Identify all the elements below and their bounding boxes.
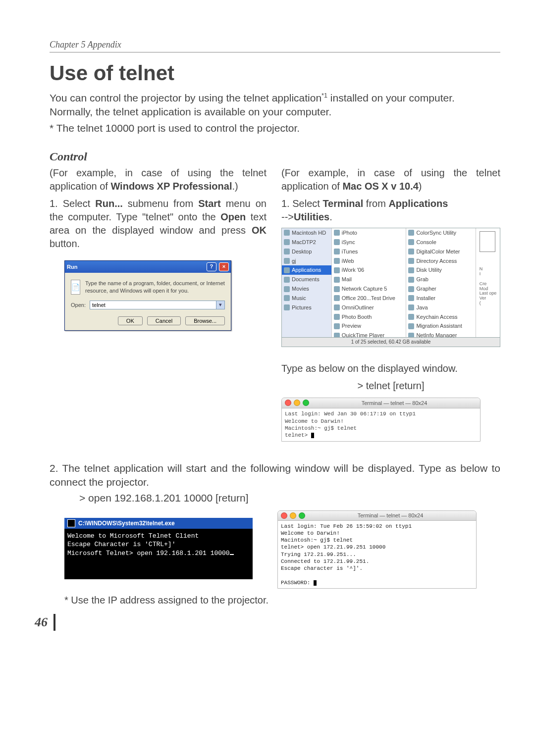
windows-telnet-body[interactable]: Welcome to Microsoft Telnet Client Escap…: [64, 529, 253, 579]
finder-row[interactable]: Office 200...Test Drive: [332, 294, 406, 303]
right-column: (For example, in case of using the telne…: [281, 166, 500, 442]
finder-row[interactable]: iSync: [332, 238, 406, 247]
finder-row[interactable]: Pictures: [282, 303, 331, 312]
finder-row-label: Pictures: [292, 304, 312, 311]
finder-utilities-column: ColorSync UtilityConsoleDigitalColor Met…: [406, 228, 476, 337]
finder-row-label: iPhoto: [342, 229, 357, 237]
folder-icon: [408, 249, 414, 254]
folder-icon: [284, 230, 290, 236]
finder-row-label: iTunes: [342, 248, 358, 255]
finder-row[interactable]: Applications: [282, 265, 331, 275]
run-titlebar: Run ? ×: [65, 261, 231, 273]
ok-button[interactable]: OK: [118, 316, 143, 325]
close-icon[interactable]: [285, 400, 291, 406]
finder-row[interactable]: Grab: [406, 275, 476, 284]
type-telnet-command: > telnet [return]: [281, 379, 500, 393]
finder-row[interactable]: Directory Access: [406, 256, 476, 266]
traffic-lights: [285, 400, 309, 406]
left-column: (For example, in case of using the telne…: [50, 166, 267, 442]
close-icon[interactable]: [281, 512, 287, 519]
finder-row-label: Applications: [292, 266, 321, 274]
finder-row[interactable]: Java: [406, 303, 476, 312]
open-label: Open:: [71, 302, 86, 309]
finder-row-label: Grab: [416, 276, 428, 283]
finder-row[interactable]: Macintosh HD: [282, 228, 331, 238]
finder-row-label: Installer: [416, 295, 435, 302]
mac-terminal-body[interactable]: Last login: Tue Feb 26 15:59:02 on ttyp1…: [278, 521, 476, 589]
run-dialog: Run ? × 📄 Type the name of a program, fo…: [64, 260, 231, 331]
folder-icon: [284, 295, 290, 301]
finder-row-label: QuickTime Player: [342, 332, 384, 337]
finder-row[interactable]: iPhoto: [332, 228, 406, 238]
finder-row[interactable]: NetInfo Manager: [406, 331, 476, 337]
right-example-line: (For example, in case of using the telne…: [281, 166, 500, 193]
finder-row[interactable]: MacDTP2: [282, 238, 331, 247]
windows-telnet-titlebar: C:\WINDOWS\System32\telnet.exe: [64, 518, 253, 529]
finder-row[interactable]: Mail: [332, 275, 406, 284]
folder-icon: [334, 249, 340, 254]
folder-icon: [334, 267, 340, 273]
finder-row[interactable]: OmniOutliner: [332, 303, 406, 312]
folder-icon: [334, 333, 340, 337]
finder-row[interactable]: Documents: [282, 275, 331, 284]
dropdown-icon[interactable]: ▾: [216, 301, 224, 309]
folder-icon: [334, 314, 340, 320]
preview-thumb-icon: [480, 231, 495, 252]
finder-row[interactable]: Movies: [282, 284, 331, 294]
finder-row[interactable]: iTunes: [332, 247, 406, 256]
folder-icon: [334, 239, 340, 245]
zoom-icon[interactable]: [299, 512, 305, 519]
finder-row-label: OmniOutliner: [342, 304, 374, 311]
finder-row-label: Macintosh HD: [292, 229, 326, 237]
close-button[interactable]: ×: [219, 262, 229, 271]
run-icon: 📄: [71, 280, 80, 295]
browse-button[interactable]: Browse...: [185, 316, 225, 325]
finder-row[interactable]: ColorSync Utility: [406, 228, 476, 238]
cancel-button[interactable]: Cancel: [147, 316, 181, 325]
finder-row[interactable]: DigitalColor Meter: [406, 247, 476, 256]
finder-row[interactable]: Network Capture 5: [332, 284, 406, 294]
finder-sidebar: Macintosh HDMacDTP2DesktopgjApplications…: [282, 228, 332, 337]
finder-row[interactable]: iWeb: [332, 256, 406, 266]
folder-icon: [284, 286, 290, 292]
left-step-1: 1. Select Run... submenu from Start menu…: [50, 197, 267, 251]
intro-text-a: You can control the projector by using t…: [50, 92, 321, 103]
finder-row[interactable]: iWork '06: [332, 265, 406, 275]
left-example-line: (For example, in case of using the telne…: [50, 166, 267, 193]
mac-terminal-body[interactable]: Last login: Wed Jan 30 06:17:19 on ttyp1…: [282, 408, 480, 441]
finder-row-label: iSync: [342, 239, 355, 246]
finder-row-label: Documents: [292, 276, 320, 283]
traffic-lights: [281, 512, 305, 519]
minimize-icon[interactable]: [290, 512, 296, 519]
folder-icon: [284, 267, 290, 273]
finder-row[interactable]: Photo Booth: [332, 312, 406, 322]
folder-icon: [284, 258, 290, 264]
folder-icon: [334, 286, 340, 292]
finder-row[interactable]: Disk Utility: [406, 265, 476, 275]
chapter-header: Chapter 5 Appendix: [50, 40, 500, 52]
open-combobox[interactable]: ▾: [90, 301, 225, 309]
run-title-text: Run: [67, 263, 77, 271]
zoom-icon[interactable]: [303, 400, 309, 406]
control-heading: Control: [50, 150, 500, 163]
finder-row[interactable]: Preview: [332, 321, 406, 331]
finder-row[interactable]: Keychain Access: [406, 312, 476, 322]
finder-row[interactable]: Console: [406, 238, 476, 247]
finder-row[interactable]: Grapher: [406, 284, 476, 294]
finder-row[interactable]: gj: [282, 256, 331, 266]
finder-row[interactable]: Installer: [406, 294, 476, 303]
minimize-icon[interactable]: [294, 400, 300, 406]
folder-icon: [408, 258, 414, 264]
finder-row[interactable]: QuickTime Player: [332, 331, 406, 337]
step-2-screenshots: C:\WINDOWS\System32\telnet.exe Welcome t…: [50, 510, 500, 589]
help-button[interactable]: ?: [207, 262, 216, 271]
finder-row-label: Directory Access: [416, 257, 457, 265]
folder-icon: [334, 258, 340, 264]
finder-row[interactable]: Music: [282, 294, 331, 303]
two-column-layout: (For example, in case of using the telne…: [50, 166, 500, 442]
open-input[interactable]: [90, 301, 216, 309]
finder-row-label: DigitalColor Meter: [416, 248, 460, 255]
finder-row[interactable]: Migration Assistant: [406, 321, 476, 331]
finder-row[interactable]: Desktop: [282, 247, 331, 256]
folder-icon: [408, 295, 414, 301]
